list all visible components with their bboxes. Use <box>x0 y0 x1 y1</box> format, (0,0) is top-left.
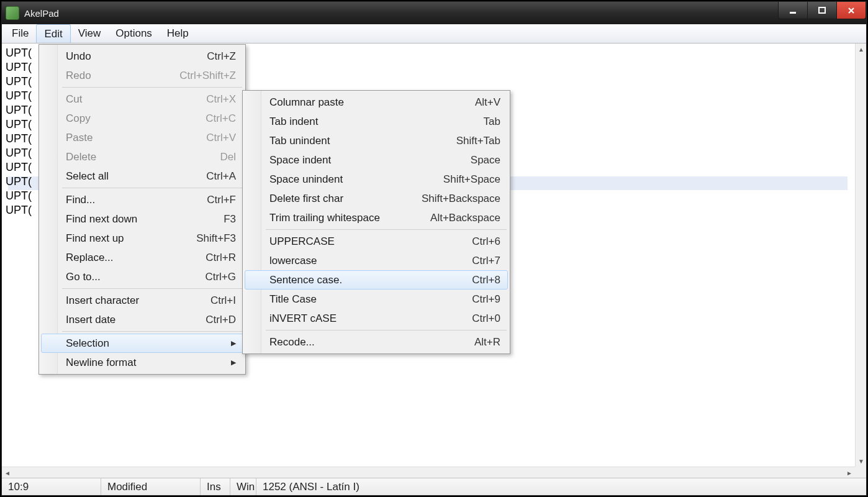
menu-separator <box>62 288 242 289</box>
text-line[interactable]: UPT( <box>6 132 32 146</box>
menu-newline-format[interactable]: Newline format ▶ <box>41 353 243 372</box>
menu-edit[interactable]: Edit <box>36 24 70 43</box>
menu-insert-date[interactable]: Insert date Ctrl+D <box>41 310 243 329</box>
menu-item-label: Delete first char <box>269 193 343 205</box>
menu-item-label: Title Case <box>269 293 317 306</box>
menu-item-label: Sentence case. <box>269 274 342 286</box>
text-line[interactable]: UPT( <box>6 175 32 189</box>
text-line[interactable]: UPT( <box>6 46 32 60</box>
menu-item-shortcut: Alt+V <box>475 96 500 109</box>
menu-item-label: Space indent <box>269 154 331 166</box>
menu-lowercase[interactable]: lowercase Ctrl+7 <box>245 251 508 270</box>
menu-selection[interactable]: Selection ▶ <box>41 334 243 353</box>
menu-item-shortcut: Ctrl+D <box>206 314 236 326</box>
menu-space-indent[interactable]: Space indent Space <box>245 150 508 170</box>
close-button[interactable] <box>836 2 866 19</box>
menu-item-shortcut: Ctrl+R <box>206 252 236 264</box>
menubar: File Edit View Options Help <box>2 24 866 43</box>
menu-item-shortcut: Ctrl+9 <box>472 293 500 306</box>
menu-cut[interactable]: Cut Ctrl+X <box>41 89 243 109</box>
menu-separator <box>62 331 242 332</box>
menu-trim-trailing[interactable]: Trim trailing whitespace Alt+Backspace <box>245 208 508 227</box>
menu-item-shortcut: Ctrl+6 <box>472 235 500 248</box>
text-line[interactable]: UPT( <box>6 189 32 203</box>
menu-item-shortcut: Shift+F3 <box>196 232 236 245</box>
scroll-left-icon[interactable]: ◄ <box>2 467 13 478</box>
minimize-button[interactable] <box>778 2 808 19</box>
svg-rect-1 <box>819 7 825 13</box>
status-encoding: 1252 (ANSI - Latín I) <box>256 478 866 495</box>
menu-item-shortcut: Ctrl+Z <box>207 50 236 63</box>
menu-select-all[interactable]: Select all Ctrl+A <box>41 166 243 186</box>
edit-dropdown: Undo Ctrl+Z Redo Ctrl+Shift+Z Cut Ctrl+X… <box>38 44 246 375</box>
menu-columnar-paste[interactable]: Columnar paste Alt+V <box>245 93 508 112</box>
menu-space-unindent[interactable]: Space unindent Shift+Space <box>245 170 508 189</box>
menu-item-shortcut: Ctrl+F <box>207 194 236 206</box>
menu-tab-indent[interactable]: Tab indent Tab <box>245 112 508 131</box>
menu-item-shortcut: Tab <box>484 116 500 128</box>
menu-item-shortcut: Ctrl+7 <box>472 255 500 267</box>
scroll-right-icon[interactable]: ► <box>844 467 855 478</box>
menu-item-shortcut: Ctrl+C <box>206 112 236 125</box>
menu-item-label: Delete <box>66 151 96 163</box>
minimize-icon <box>789 6 797 15</box>
text-line[interactable]: UPT( <box>6 103 32 117</box>
scroll-corner <box>855 467 866 478</box>
menu-item-shortcut: Space <box>471 154 500 166</box>
scroll-up-icon[interactable]: ▲ <box>856 43 866 55</box>
menu-item-shortcut: Ctrl+G <box>205 271 236 283</box>
text-line[interactable]: UPT( <box>6 75 32 89</box>
status-modified: Modified <box>101 478 201 495</box>
menu-recode[interactable]: Recode... Alt+R <box>245 332 508 352</box>
text-content[interactable]: UPT( UPT( UPT( UPT( UPT( UPT( UPT( UPT( … <box>6 46 32 217</box>
menu-delete-first-char[interactable]: Delete first char Shift+Backspace <box>245 189 508 208</box>
menu-file[interactable]: File <box>4 24 36 43</box>
menu-item-label: Redo <box>66 70 91 82</box>
menu-item-label: Newline format <box>66 357 136 369</box>
text-line[interactable]: UPT( <box>6 146 32 160</box>
menu-item-label: Insert date <box>66 314 115 326</box>
titlebar[interactable]: AkelPad <box>2 2 866 24</box>
menu-undo[interactable]: Undo Ctrl+Z <box>41 47 243 66</box>
menu-item-label: Columnar paste <box>269 96 344 109</box>
menu-paste[interactable]: Paste Ctrl+V <box>41 128 243 147</box>
menu-item-label: Trim trailing whitespace <box>269 212 380 224</box>
menu-help[interactable]: Help <box>160 24 196 43</box>
menu-item-shortcut: F3 <box>224 213 236 226</box>
menu-redo[interactable]: Redo Ctrl+Shift+Z <box>41 66 243 85</box>
vertical-scrollbar[interactable]: ▲ ▼ <box>855 43 866 467</box>
menu-item-label: Find next up <box>66 232 124 245</box>
menu-item-label: Select all <box>66 170 109 183</box>
menu-goto[interactable]: Go to... Ctrl+G <box>41 267 243 286</box>
menu-invert-case[interactable]: iNVERT cASE Ctrl+0 <box>245 309 508 328</box>
text-line[interactable]: UPT( <box>6 203 32 217</box>
text-line[interactable]: UPT( <box>6 117 32 132</box>
menu-item-label: Cut <box>66 93 82 106</box>
menu-item-label: Paste <box>66 132 93 144</box>
horizontal-scrollbar[interactable]: ◄ ► <box>2 467 855 478</box>
text-line[interactable]: UPT( <box>6 60 32 75</box>
menu-find-next-down[interactable]: Find next down F3 <box>41 209 243 229</box>
menu-tab-unindent[interactable]: Tab unindent Shift+Tab <box>245 131 508 150</box>
statusbar: 10:9 Modified Ins Win 1252 (ANSI - Latín… <box>2 478 866 495</box>
text-line[interactable]: UPT( <box>6 89 32 103</box>
text-line[interactable]: UPT( <box>6 160 32 175</box>
maximize-button[interactable] <box>807 2 837 19</box>
menu-replace[interactable]: Replace... Ctrl+R <box>41 248 243 267</box>
menu-item-label: UPPERCASE <box>269 235 335 248</box>
selection-submenu: Columnar paste Alt+V Tab indent Tab Tab … <box>242 90 510 354</box>
status-insert-mode: Ins <box>201 478 230 495</box>
menu-uppercase[interactable]: UPPERCASE Ctrl+6 <box>245 232 508 251</box>
menu-find[interactable]: Find... Ctrl+F <box>41 190 243 209</box>
menu-insert-character[interactable]: Insert character Ctrl+I <box>41 291 243 310</box>
menu-delete[interactable]: Delete Del <box>41 147 243 166</box>
menu-item-label: iNVERT cASE <box>269 312 337 325</box>
scroll-down-icon[interactable]: ▼ <box>856 455 866 467</box>
menu-item-label: Undo <box>66 50 91 63</box>
menu-sentence-case[interactable]: Sentence case. Ctrl+8 <box>245 270 508 290</box>
menu-copy[interactable]: Copy Ctrl+C <box>41 109 243 128</box>
menu-find-next-up[interactable]: Find next up Shift+F3 <box>41 229 243 248</box>
menu-title-case[interactable]: Title Case Ctrl+9 <box>245 290 508 309</box>
menu-view[interactable]: View <box>71 24 109 43</box>
menu-options[interactable]: Options <box>108 24 160 43</box>
